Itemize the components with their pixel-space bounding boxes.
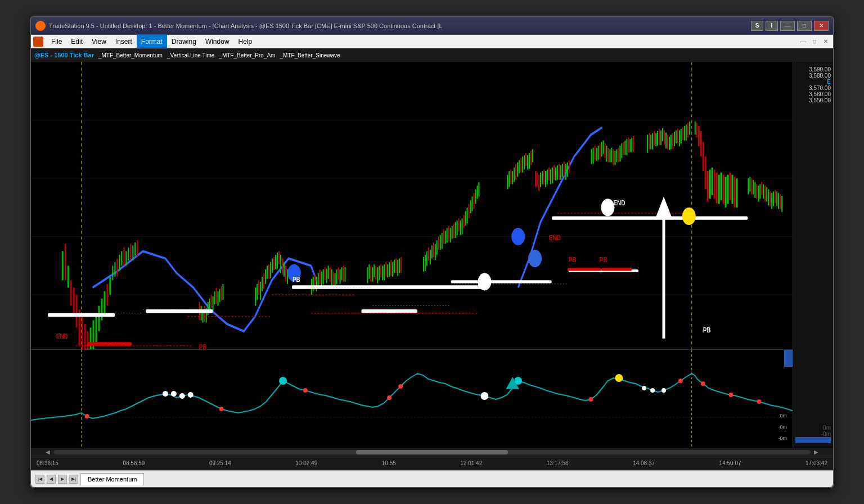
scrollbar-thumb[interactable] bbox=[356, 450, 507, 454]
inner-window-controls: — □ ✕ bbox=[798, 37, 831, 47]
svg-rect-169 bbox=[542, 171, 543, 184]
nav-prev[interactable]: ◀ bbox=[47, 475, 56, 484]
svg-rect-83 bbox=[328, 266, 329, 278]
i-button[interactable]: I bbox=[766, 21, 778, 31]
svg-rect-111 bbox=[395, 258, 397, 273]
svg-rect-165 bbox=[535, 171, 536, 187]
svg-rect-29 bbox=[119, 255, 120, 271]
menu-edit[interactable]: Edit bbox=[66, 35, 87, 48]
svg-rect-128 bbox=[445, 231, 446, 244]
svg-rect-247 bbox=[714, 170, 716, 199]
svg-rect-195 bbox=[606, 146, 607, 161]
svg-rect-266 bbox=[761, 182, 762, 195]
svg-rect-264 bbox=[758, 186, 759, 201]
svg-rect-10 bbox=[68, 266, 69, 287]
svg-rect-179 bbox=[559, 164, 560, 179]
svg-rect-209 bbox=[629, 139, 631, 152]
scrollbar-track[interactable] bbox=[53, 450, 811, 454]
menu-file[interactable]: File bbox=[47, 35, 66, 48]
restore-button[interactable]: □ bbox=[797, 21, 812, 31]
nav-next[interactable]: ▶ bbox=[58, 475, 67, 484]
svg-rect-12 bbox=[73, 287, 75, 317]
menu-window[interactable]: Window bbox=[201, 35, 234, 48]
minimize-button[interactable]: — bbox=[780, 21, 795, 31]
time-label-4: 10:02:49 bbox=[295, 460, 317, 466]
svg-rect-86 bbox=[333, 272, 334, 286]
inner-restore[interactable]: □ bbox=[809, 37, 820, 47]
svg-rect-79 bbox=[321, 272, 322, 287]
svg-rect-92 bbox=[343, 266, 344, 281]
svg-rect-133 bbox=[453, 223, 454, 238]
svg-rect-11 bbox=[70, 280, 72, 305]
svg-rect-45 bbox=[211, 295, 212, 308]
menu-format[interactable]: Format bbox=[137, 35, 167, 48]
menu-insert[interactable]: Insert bbox=[111, 35, 137, 48]
menu-view[interactable]: View bbox=[87, 35, 111, 48]
svg-text:END: END bbox=[613, 199, 625, 206]
svg-point-311 bbox=[528, 250, 542, 267]
svg-rect-157 bbox=[520, 158, 521, 173]
svg-rect-138 bbox=[462, 218, 463, 234]
svg-rect-171 bbox=[545, 171, 546, 187]
s-button[interactable]: S bbox=[751, 21, 763, 31]
inner-close[interactable]: ✕ bbox=[821, 37, 831, 47]
svg-rect-162 bbox=[529, 153, 530, 169]
scrollbar[interactable]: ◀ ▶ bbox=[31, 448, 833, 456]
svg-rect-103 bbox=[382, 266, 383, 280]
svg-rect-120 bbox=[431, 245, 433, 258]
svg-rect-208 bbox=[628, 138, 629, 152]
svg-rect-137 bbox=[460, 220, 461, 235]
svg-rect-218 bbox=[657, 131, 658, 146]
svg-rect-115 bbox=[423, 257, 424, 272]
svg-point-348 bbox=[387, 395, 392, 400]
svg-rect-63 bbox=[272, 258, 273, 273]
svg-rect-190 bbox=[598, 146, 599, 160]
footer-bar: |◀ ◀ ▶ ▶| Better Momentum bbox=[31, 470, 833, 487]
svg-rect-176 bbox=[554, 165, 555, 180]
main-chart[interactable]: END PB END PB END END PB PB END PB END P… bbox=[31, 62, 793, 448]
svg-rect-71 bbox=[285, 266, 286, 281]
svg-point-332 bbox=[279, 377, 287, 385]
svg-rect-193 bbox=[602, 141, 604, 154]
svg-rect-273 bbox=[773, 191, 774, 206]
svg-rect-262 bbox=[754, 182, 755, 198]
svg-rect-206 bbox=[624, 141, 626, 155]
svg-rect-173 bbox=[548, 168, 550, 181]
nav-first[interactable]: |◀ bbox=[35, 475, 44, 484]
svg-rect-143 bbox=[470, 200, 471, 213]
svg-rect-230 bbox=[677, 129, 678, 143]
menu-help[interactable]: Help bbox=[234, 35, 257, 48]
close-button[interactable]: ✕ bbox=[814, 21, 829, 31]
svg-rect-281 bbox=[292, 285, 483, 289]
svg-rect-8 bbox=[62, 251, 64, 281]
svg-rect-98 bbox=[374, 264, 375, 277]
svg-rect-158 bbox=[522, 156, 523, 172]
menu-drawing[interactable]: Drawing bbox=[167, 35, 201, 48]
svg-rect-130 bbox=[448, 226, 449, 241]
svg-rect-74 bbox=[313, 277, 314, 291]
inner-minimize[interactable]: — bbox=[798, 37, 808, 47]
svg-rect-21 bbox=[98, 306, 100, 331]
svg-rect-64 bbox=[273, 257, 274, 270]
svg-rect-121 bbox=[433, 242, 434, 257]
svg-rect-280 bbox=[146, 309, 213, 313]
nav-last[interactable]: ▶| bbox=[69, 475, 78, 484]
title-bar-controls: S I — □ ✕ bbox=[751, 21, 829, 31]
svg-point-350 bbox=[589, 397, 593, 402]
svg-rect-136 bbox=[458, 218, 460, 231]
scroll-right[interactable]: ▶ bbox=[811, 449, 822, 455]
svg-rect-105 bbox=[385, 262, 386, 277]
scroll-left[interactable]: ◀ bbox=[42, 449, 53, 455]
svg-rect-59 bbox=[265, 269, 266, 284]
svg-rect-28 bbox=[116, 258, 118, 276]
price-label-4: 3,560.00 bbox=[795, 91, 831, 97]
svg-rect-260 bbox=[751, 178, 752, 194]
price-scale: 3,590.00 3,580.00 E 3,570.00 3,560.00 3,… bbox=[793, 62, 833, 448]
svg-text:PB: PB bbox=[703, 326, 711, 334]
svg-rect-217 bbox=[655, 133, 656, 146]
svg-text:-0m: -0m bbox=[778, 435, 787, 441]
svg-rect-43 bbox=[208, 302, 209, 315]
tab-better-momentum[interactable]: Better Momentum bbox=[80, 473, 144, 485]
svg-point-313 bbox=[601, 199, 615, 216]
svg-rect-106 bbox=[387, 264, 388, 277]
